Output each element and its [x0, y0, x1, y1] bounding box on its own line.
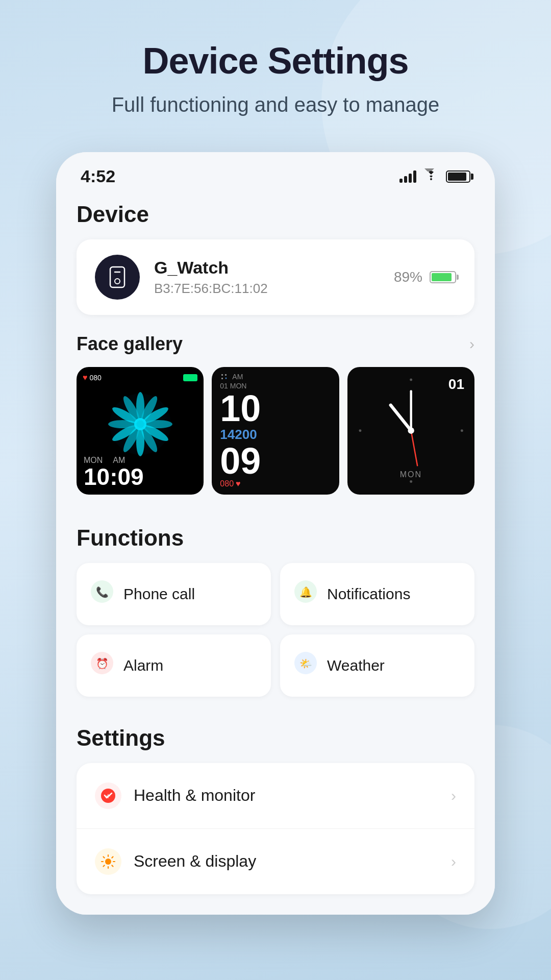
watch-face-3[interactable]: 01 [347, 367, 474, 494]
function-alarm[interactable]: ⏰ Alarm [77, 634, 271, 697]
svg-line-22 [390, 405, 411, 431]
svg-point-25 [408, 428, 414, 434]
battery-percent: 89% [394, 269, 422, 285]
alarm-icon: ⏰ [91, 652, 113, 679]
wf1-battery [183, 374, 197, 381]
battery-icon [446, 170, 470, 183]
device-card[interactable]: G_Watch B3:7E:56:BC:11:02 89% [77, 239, 474, 315]
phone-content: Device G_Watch B3:7E:56:BC:11:02 89% [56, 191, 495, 914]
svg-line-41 [104, 856, 105, 857]
svg-point-2 [115, 279, 120, 284]
phone-mockup: 4:52 [56, 152, 495, 914]
svg-point-17 [134, 418, 146, 430]
watch-face-2[interactable]: AM 01 MON 10 14200 09 080♥ [212, 367, 339, 494]
svg-point-0 [430, 178, 432, 180]
notifications-label: Notifications [327, 585, 410, 603]
device-battery: 89% [394, 269, 456, 285]
phone-call-label: Phone call [123, 585, 195, 603]
svg-text:🔔: 🔔 [299, 586, 312, 598]
svg-point-18 [410, 379, 412, 381]
device-name: G_Watch [154, 258, 268, 278]
settings-title: Settings [77, 715, 474, 763]
svg-line-24 [411, 431, 417, 466]
phone-call-icon: 📞 [91, 580, 113, 608]
svg-line-44 [104, 865, 105, 866]
svg-text:📞: 📞 [96, 586, 109, 598]
svg-point-36 [105, 859, 111, 865]
wf1-heart: 080 [90, 374, 102, 382]
device-avatar [95, 255, 140, 300]
wf3-day: MON [400, 470, 422, 479]
alarm-label: Alarm [123, 657, 163, 674]
function-weather[interactable]: 🌤️ Weather [280, 634, 474, 697]
notifications-icon: 🔔 [294, 580, 317, 608]
svg-point-21 [461, 429, 463, 432]
page-title: Device Settings [142, 41, 408, 81]
face-gallery-title: Face gallery [77, 333, 183, 355]
status-bar: 4:52 [56, 152, 495, 191]
signal-icon [399, 170, 416, 183]
function-phone-call[interactable]: 📞 Phone call [77, 563, 271, 625]
svg-line-43 [112, 856, 113, 857]
function-notifications[interactable]: 🔔 Notifications [280, 563, 474, 625]
svg-point-20 [359, 429, 361, 432]
status-time: 4:52 [81, 166, 115, 186]
health-monitor-chevron: › [451, 787, 456, 804]
device-section-title: Device [77, 191, 474, 239]
settings-health-monitor[interactable]: + Health & monitor › [77, 763, 474, 828]
watch-face-1[interactable]: ♥ 080 MON AM 10:09 [77, 367, 204, 494]
weather-label: Weather [327, 657, 385, 674]
weather-icon: 🌤️ [294, 652, 317, 679]
face-gallery-chevron[interactable]: › [469, 335, 474, 353]
screen-display-label: Screen & display [134, 852, 256, 871]
face-gallery-grid: ♥ 080 MON AM 10:09 [77, 367, 474, 494]
health-monitor-icon: + [95, 782, 121, 809]
settings-card: + Health & monitor › [77, 763, 474, 894]
settings-screen-display[interactable]: Screen & display › [77, 828, 474, 894]
health-monitor-label: Health & monitor [134, 786, 255, 805]
screen-display-icon [95, 848, 121, 875]
status-icons [399, 168, 470, 184]
functions-grid: 📞 Phone call 🔔 Notifications [77, 563, 474, 697]
screen-display-chevron: › [451, 853, 456, 870]
svg-text:🌤️: 🌤️ [299, 657, 312, 670]
device-info: G_Watch B3:7E:56:BC:11:02 [95, 255, 268, 300]
device-mac: B3:7E:56:BC:11:02 [154, 281, 268, 297]
svg-text:⏰: ⏰ [96, 657, 109, 670]
page-subtitle: Full functioning and easy to manage [112, 93, 440, 116]
wifi-icon [423, 168, 439, 184]
functions-title: Functions [77, 515, 474, 563]
battery-indicator [430, 271, 456, 283]
svg-point-19 [410, 480, 412, 483]
face-gallery: Face gallery › [77, 333, 474, 494]
svg-line-42 [112, 865, 113, 866]
wf1-time: 10:09 [84, 465, 144, 488]
